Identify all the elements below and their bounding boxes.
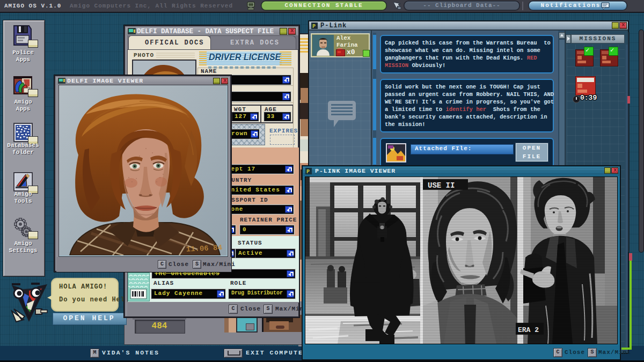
svg-text:P: P xyxy=(306,169,310,174)
svg-text:P: P xyxy=(312,24,316,29)
